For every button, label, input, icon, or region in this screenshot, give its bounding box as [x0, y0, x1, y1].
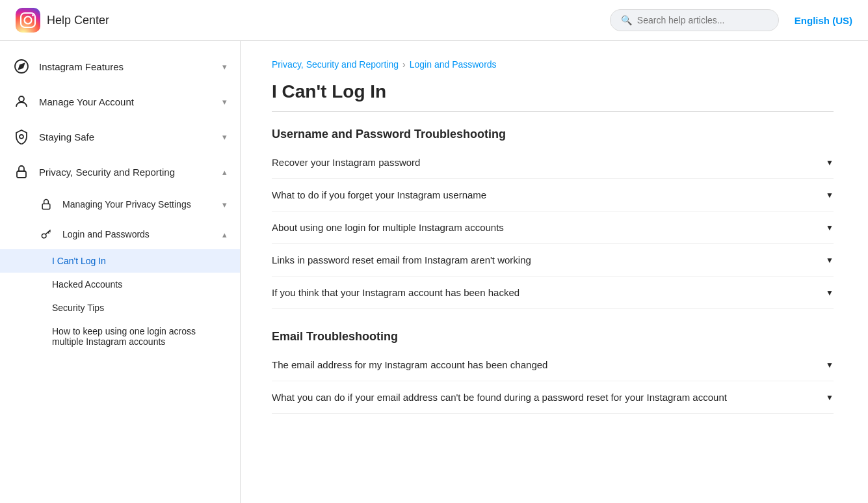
chevron-manage-account: ▾ [222, 97, 227, 107]
svg-rect-9 [42, 204, 50, 209]
accordion-reset-email-not-working[interactable]: Links in password reset email from Insta… [272, 244, 834, 277]
accordion-label-email-not-found: What you can do if your email address ca… [272, 392, 727, 403]
chevron-privacy-security: ▴ [222, 167, 227, 177]
accordion-recover-password[interactable]: Recover your Instagram password ▼ [272, 146, 834, 179]
accordion-account-hacked[interactable]: If you think that your Instagram account… [272, 277, 834, 309]
help-center-title: Help Center [47, 14, 109, 27]
breadcrumb-separator: › [402, 59, 406, 70]
sidebar-deepitem-label-hacked-accounts: Hacked Accounts [52, 279, 122, 290]
accordion-label-recover-password: Recover your Instagram password [272, 157, 420, 168]
accordion-arrow-email-changed: ▼ [826, 360, 834, 370]
sidebar-deepitem-keep-using-one-login[interactable]: How to keep using one login across multi… [0, 319, 240, 353]
accordion-arrow-forget-username: ▼ [826, 191, 834, 200]
breadcrumb-current[interactable]: Login and Passwords [410, 59, 497, 70]
search-input[interactable] [637, 15, 768, 25]
language-button[interactable]: English (US) [795, 15, 852, 26]
sidebar-item-manage-account[interactable]: Manage Your Account ▾ [0, 84, 240, 119]
chevron-instagram-features: ▾ [222, 62, 227, 72]
sidebar-label-manage-account: Manage Your Account [39, 96, 134, 107]
sidebar-deepitem-security-tips[interactable]: Security Tips [0, 296, 240, 319]
svg-line-13 [48, 232, 49, 234]
sidebar-subitem-managing-privacy[interactable]: Managing Your Privacy Settings ▾ [0, 189, 240, 219]
layout: Instagram Features ▾ Manage Your Account… [0, 41, 868, 503]
accordion-arrow-account-hacked: ▼ [826, 288, 834, 297]
page-title: I Can't Log In [272, 81, 834, 112]
sidebar-label-login-passwords: Login and Passwords [62, 229, 150, 239]
accordion-arrow-email-not-found: ▼ [826, 393, 834, 402]
chevron-login-passwords: ▴ [222, 230, 227, 239]
accordion-email-changed[interactable]: The email address for my Instagram accou… [272, 349, 834, 381]
search-icon: 🔍 [621, 15, 632, 25]
header: Help Center 🔍 English (US) [0, 0, 868, 41]
sidebar-item-privacy-security[interactable]: Privacy, Security and Reporting ▴ [0, 154, 240, 189]
svg-point-3 [32, 14, 34, 16]
section-title-email-troubleshooting: Email Troubleshooting [272, 330, 834, 344]
breadcrumb-parent-link[interactable]: Privacy, Security and Reporting [272, 59, 399, 70]
sidebar-subitem-login-passwords[interactable]: Login and Passwords ▴ [0, 219, 240, 249]
sidebar-deepitem-label-keep-using-one-login: How to keep using one login across multi… [52, 326, 227, 347]
svg-marker-5 [19, 64, 24, 69]
svg-rect-8 [17, 171, 26, 178]
accordion-label-account-hacked: If you think that your Instagram account… [272, 287, 519, 298]
sidebar-label-managing-privacy: Managing Your Privacy Settings [62, 199, 191, 210]
sidebar-deepitem-hacked-accounts[interactable]: Hacked Accounts [0, 273, 240, 296]
key-icon [39, 227, 53, 241]
accordion-arrow-one-login-multiple: ▼ [826, 223, 834, 232]
chevron-staying-safe: ▾ [222, 132, 227, 142]
accordion-arrow-recover-password: ▼ [826, 158, 834, 167]
svg-point-6 [19, 96, 24, 102]
sidebar-deepitem-label-security-tips: Security Tips [52, 303, 104, 313]
sidebar-deepitem-cant-log-in[interactable]: I Can't Log In [0, 249, 240, 273]
breadcrumb: Privacy, Security and Reporting › Login … [272, 59, 834, 70]
main-content: Privacy, Security and Reporting › Login … [241, 41, 865, 503]
chevron-managing-privacy: ▾ [222, 200, 227, 210]
sidebar: Instagram Features ▾ Manage Your Account… [0, 41, 241, 503]
svg-rect-0 [16, 8, 40, 33]
accordion-label-reset-email-not-working: Links in password reset email from Insta… [272, 254, 531, 265]
svg-point-10 [42, 234, 46, 238]
sidebar-label-instagram-features: Instagram Features [39, 61, 124, 72]
shield-icon [13, 128, 30, 145]
instagram-logo-icon [16, 8, 40, 33]
accordion-label-email-changed: The email address for my Instagram accou… [272, 359, 547, 370]
lock-icon [13, 163, 30, 180]
section-title-username-password: Username and Password Troubleshooting [272, 128, 834, 141]
svg-line-12 [49, 231, 51, 232]
accordion-one-login-multiple[interactable]: About using one login for multiple Insta… [272, 211, 834, 244]
sidebar-item-instagram-features[interactable]: Instagram Features ▾ [0, 49, 240, 84]
lock-small-icon [39, 197, 53, 211]
accordion-forget-username[interactable]: What to do if you forget your Instagram … [272, 179, 834, 211]
sidebar-label-privacy-security: Privacy, Security and Reporting [39, 167, 175, 178]
accordion-arrow-reset-email-not-working: ▼ [826, 256, 834, 265]
search-bar: 🔍 [610, 9, 779, 31]
person-icon [13, 93, 30, 110]
sidebar-item-staying-safe[interactable]: Staying Safe ▾ [0, 119, 240, 154]
accordion-email-not-found[interactable]: What you can do if your email address ca… [272, 381, 834, 414]
compass-icon [13, 58, 30, 75]
accordion-label-one-login-multiple: About using one login for multiple Insta… [272, 222, 504, 233]
svg-point-7 [20, 135, 23, 139]
logo-link[interactable]: Help Center [16, 8, 109, 33]
accordion-label-forget-username: What to do if you forget your Instagram … [272, 189, 486, 200]
sidebar-deepitem-label-cant-log-in: I Can't Log In [52, 256, 106, 266]
sidebar-label-staying-safe: Staying Safe [39, 131, 94, 143]
